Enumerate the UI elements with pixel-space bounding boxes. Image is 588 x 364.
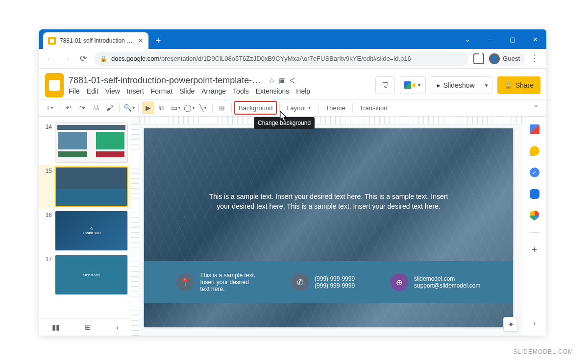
maximize-button[interactable]: ▢ [501, 29, 524, 49]
ruler-horizontal [139, 117, 522, 124]
thumb-num: 14 [42, 122, 52, 163]
thumb-num: 15 [42, 167, 52, 207]
slideshow-button[interactable]: ▸ Slideshow [431, 76, 481, 94]
undo-button[interactable]: ↶ [62, 101, 75, 114]
shape-tool[interactable]: ◯ [183, 101, 196, 114]
chevron-down-icon[interactable]: ⌄ [456, 29, 479, 49]
globe-icon: ⊕ [391, 273, 408, 291]
collapse-filmstrip-button[interactable]: ‹ [116, 323, 119, 331]
menu-file[interactable]: File [69, 87, 80, 95]
select-tool[interactable]: ▶ [142, 101, 154, 114]
browser-menu-button[interactable]: ⋮ [528, 54, 541, 63]
contacts-icon[interactable] [530, 189, 539, 199]
lock-icon: 🔒 [100, 55, 107, 62]
slide-thumb-17[interactable]: SlideModel [55, 255, 128, 295]
menu-slide[interactable]: Slide [179, 87, 195, 95]
theme-button[interactable]: Theme [321, 101, 349, 114]
layout-button[interactable]: Layout▼ [283, 101, 315, 114]
tab-title: 7881-01-self-introduction-powe [60, 37, 134, 44]
minimize-button[interactable]: — [479, 29, 501, 49]
side-panel-toggle[interactable]: › [533, 319, 536, 328]
slide-thumb-14[interactable] [55, 122, 128, 163]
hero-text[interactable]: This is a sample text. Insert your desir… [203, 192, 454, 211]
menu-view[interactable]: View [105, 87, 120, 95]
slideshow-dropdown[interactable]: ▼ [481, 76, 492, 94]
menu-extensions[interactable]: Extensions [256, 87, 289, 95]
forward-button[interactable]: → [61, 54, 73, 64]
comment-tool[interactable]: ⊞ [216, 101, 228, 114]
url-field[interactable]: 🔒 docs.google.com/presentation/d/1D9CiL0… [94, 51, 468, 66]
contact-phone[interactable]: ✆ (999) 999-9999 (999) 999-9999 [291, 273, 355, 291]
back-button[interactable]: ← [44, 54, 56, 64]
star-icon[interactable]: ☆ [269, 76, 275, 85]
tab-close-icon[interactable]: ✕ [138, 37, 144, 45]
menu-tools[interactable]: Tools [233, 87, 249, 95]
menu-format[interactable]: Format [151, 87, 172, 95]
calendar-icon[interactable] [530, 124, 539, 134]
slideshow-label: Slideshow [443, 81, 475, 89]
reload-button[interactable]: ⟳ [77, 53, 89, 64]
filmstrip-view-button[interactable]: ▮▮ [52, 323, 60, 332]
close-button[interactable]: ✕ [524, 29, 546, 49]
paint-format-button[interactable]: 🖌 [103, 101, 116, 114]
slide-canvas[interactable]: This is a sample text. Insert your desir… [144, 128, 513, 327]
transition-button[interactable]: Transition [356, 101, 392, 114]
collapse-toolbar-button[interactable]: ⌃ [530, 101, 542, 114]
slides-logo-icon[interactable] [45, 73, 64, 97]
menu-help[interactable]: Help [296, 87, 310, 95]
menu-bar: File Edit View Insert Format Slide Arran… [69, 87, 370, 95]
background-button[interactable]: Background [235, 101, 276, 114]
thumb-row-15: 15 [39, 165, 131, 209]
new-tab-button[interactable]: + [151, 34, 165, 48]
maps-icon[interactable] [530, 211, 539, 220]
thumb-row-16: 16 ◇Thank You [39, 209, 131, 253]
side-panel: + › [522, 117, 546, 336]
redo-button[interactable]: ↷ [76, 101, 89, 114]
thumb-num: 17 [42, 255, 52, 295]
doc-area: 7881-01-self-introduction-powerpoint-tem… [69, 75, 370, 95]
doc-title-row: 7881-01-self-introduction-powerpoint-tem… [69, 75, 370, 86]
comment-icon: 🗨 [382, 81, 389, 89]
doc-title[interactable]: 7881-01-self-introduction-powerpoint-tem… [69, 75, 265, 86]
thumb-17-label: SlideModel [83, 273, 100, 277]
film-strip: 14 15 16 ◇Thank You 17 SlideModel [39, 117, 131, 336]
canvas-area: This is a sample text. Insert your desir… [131, 117, 522, 336]
slide-thumb-15[interactable] [55, 167, 128, 207]
title-bar: 7881-01-self-introduction-powe ✕ + ⌄ — ▢… [39, 29, 546, 49]
window-controls: ⌄ — ▢ ✕ [456, 29, 546, 49]
comments-button[interactable]: 🗨 [375, 76, 395, 94]
move-icon[interactable]: ▣ [279, 76, 286, 85]
menu-insert[interactable]: Insert [127, 87, 144, 95]
image-tool[interactable]: ▭ [169, 101, 182, 114]
add-on-button[interactable]: + [532, 244, 538, 256]
keep-icon[interactable] [530, 146, 539, 156]
grid-view-button[interactable]: ⊞ [85, 323, 91, 332]
line-tool[interactable]: ╲ [196, 101, 209, 114]
textbox-tool[interactable]: ⧉ [155, 101, 168, 114]
contact-location[interactable]: 📍 This is a sample text. Insert your des… [176, 272, 255, 292]
print-button[interactable]: 🖶 [90, 101, 102, 114]
share-button[interactable]: 🔒 Share [497, 76, 540, 94]
browser-tab[interactable]: 7881-01-self-introduction-powe ✕ [43, 32, 148, 49]
meet-icon [404, 81, 415, 89]
new-slide-button[interactable]: + [43, 101, 56, 114]
meet-button[interactable]: ▼ [400, 76, 426, 94]
tasks-icon[interactable] [530, 168, 539, 177]
see-version-icon[interactable]: ᐸ [290, 76, 295, 85]
location-icon: 📍 [176, 273, 194, 291]
menu-arrange[interactable]: Arrange [201, 87, 226, 95]
phone-icon: ✆ [291, 273, 309, 291]
tabs-area: 7881-01-self-introduction-powe ✕ + [39, 32, 456, 49]
zoom-button[interactable]: 🔍 [122, 101, 135, 114]
explore-button[interactable]: ✦ [503, 317, 518, 332]
menu-edit[interactable]: Edit [87, 87, 98, 95]
guest-label: Guest [503, 55, 520, 62]
extensions-icon[interactable] [473, 53, 484, 64]
slide-thumb-16[interactable]: ◇Thank You [55, 211, 128, 251]
work-area: 14 15 16 ◇Thank You 17 SlideModel [39, 117, 546, 336]
profile-button[interactable]: 👤 Guest [487, 52, 525, 66]
contact-web[interactable]: ⊕ slidemodel.com support@slidemodel.com [391, 273, 481, 291]
share-label: Share [515, 81, 534, 89]
slides-favicon-icon [48, 37, 56, 45]
address-bar-right: 👤 Guest ⋮ [473, 52, 541, 66]
